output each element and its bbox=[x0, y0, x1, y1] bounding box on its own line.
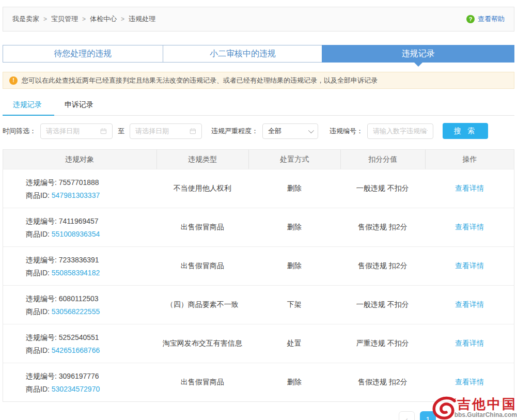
violation-type-cell: 淘宝网发布交互有害信息 bbox=[156, 339, 248, 348]
subtab-appeal-records[interactable]: 申诉记录 bbox=[54, 95, 106, 116]
page-1-button[interactable]: 1 bbox=[420, 411, 436, 420]
breadcrumb-item-seller[interactable]: 我是卖家 bbox=[12, 14, 39, 24]
violation-no-label: 违规编号: bbox=[26, 333, 57, 341]
view-details-link[interactable]: 查看详情 bbox=[455, 339, 484, 348]
info-banner: ! 您可以在此处查找近两年已经直接判定且结果无法改变的违规记录、或者已经有处理结… bbox=[3, 72, 514, 89]
disposal-cell: 下架 bbox=[248, 300, 340, 309]
sub-tab-bar: 违规记录 申诉记录 bbox=[3, 95, 514, 116]
item-id-link[interactable]: 530568222555 bbox=[52, 307, 100, 316]
view-help-link[interactable]: ? 查看帮助 bbox=[466, 14, 505, 24]
violation-management-page: 我是卖家 > 宝贝管理 > 体检中心 > 违规处理 ? 查看帮助 待您处理的违规… bbox=[3, 7, 514, 420]
points-cell: 一般违规 不扣分 bbox=[340, 300, 425, 309]
violation-no-value: 7411969457 bbox=[59, 217, 99, 225]
table-row: 违规编号: 7411969457 商品ID: 551008936354 出售假冒… bbox=[3, 208, 514, 246]
header-violation-type: 违规类型 bbox=[156, 150, 248, 169]
item-id-link[interactable]: 551008936354 bbox=[52, 230, 100, 238]
violation-no-value: 7233836391 bbox=[59, 256, 99, 264]
item-id-link[interactable]: 550858394182 bbox=[52, 269, 100, 277]
view-details-link[interactable]: 查看详情 bbox=[455, 184, 484, 193]
violation-no-label: 违规编号: bbox=[26, 294, 57, 303]
item-id-label: 商品ID: bbox=[26, 269, 50, 277]
violation-type-cell: 出售假冒商品 bbox=[156, 223, 248, 232]
violation-no-input[interactable] bbox=[367, 123, 433, 139]
breadcrumb-item-health-center[interactable]: 体检中心 bbox=[90, 14, 117, 24]
prev-page-button[interactable]: ‹ bbox=[399, 411, 415, 420]
severity-selected-value: 全部 bbox=[268, 127, 281, 136]
disposal-cell: 删除 bbox=[248, 261, 340, 271]
view-details-link[interactable]: 查看详情 bbox=[455, 261, 484, 271]
date-end-field[interactable] bbox=[135, 127, 186, 135]
calendar-icon bbox=[190, 128, 196, 135]
breadcrumb: 我是卖家 > 宝贝管理 > 体检中心 > 违规处理 bbox=[12, 14, 155, 24]
view-details-link[interactable]: 查看详情 bbox=[455, 300, 484, 309]
breadcrumb-separator: > bbox=[121, 15, 124, 23]
question-mark-icon: ? bbox=[466, 15, 475, 23]
item-id-label: 商品ID: bbox=[26, 191, 50, 199]
points-cell: 严重违规 不扣分 bbox=[340, 339, 425, 348]
violation-records-table: 违规对象 违规类型 处置方式 扣分分值 操作 违规编号: 7557701888 … bbox=[3, 149, 514, 402]
date-to-label: 至 bbox=[118, 127, 124, 136]
item-id-link[interactable]: 530234572970 bbox=[52, 385, 100, 393]
view-help-label: 查看帮助 bbox=[478, 14, 505, 24]
severity-select[interactable]: 全部 bbox=[262, 123, 318, 139]
calendar-icon bbox=[100, 128, 107, 135]
item-id-label: 商品ID: bbox=[26, 346, 50, 354]
breadcrumb-item-violation-handling: 违规处理 bbox=[129, 14, 155, 24]
header-actions: 操作 bbox=[425, 150, 514, 169]
filter-toolbar: 时间筛选： 至 违规严重程度： 全部 违规编号： 搜 索 bbox=[3, 123, 514, 139]
points-cell: 售假违规 扣2分 bbox=[340, 378, 425, 387]
violation-no-value: 5252540551 bbox=[59, 333, 99, 341]
breadcrumb-separator: > bbox=[43, 15, 47, 23]
violation-no-filter-label: 违规编号： bbox=[330, 127, 363, 136]
view-details-link[interactable]: 查看详情 bbox=[455, 223, 484, 232]
violation-no-value: 6080112503 bbox=[59, 294, 99, 303]
disposal-cell: 删除 bbox=[248, 184, 340, 193]
violation-type-cell: 不当使用他人权利 bbox=[156, 184, 248, 193]
table-header-row: 违规对象 违规类型 处置方式 扣分分值 操作 bbox=[3, 150, 514, 169]
pagination: ‹ 1 bbox=[3, 411, 514, 420]
view-details-link[interactable]: 查看详情 bbox=[455, 378, 484, 387]
violation-no-value: 7557701888 bbox=[59, 178, 99, 186]
breadcrumb-item-item-management[interactable]: 宝贝管理 bbox=[51, 14, 78, 24]
main-tab-bar: 待您处理的违规 小二审核中的违规 违规记录 bbox=[3, 45, 514, 63]
breadcrumb-bar: 我是卖家 > 宝贝管理 > 体检中心 > 违规处理 ? 查看帮助 bbox=[3, 7, 514, 32]
search-button[interactable]: 搜 索 bbox=[443, 123, 488, 139]
tab-pending-violations[interactable]: 待您处理的违规 bbox=[3, 45, 163, 62]
violation-type-cell: 出售假冒商品 bbox=[156, 261, 248, 271]
date-start-input[interactable] bbox=[40, 123, 113, 139]
date-start-field[interactable] bbox=[46, 127, 97, 135]
violation-no-label: 违规编号: bbox=[26, 178, 57, 186]
points-cell: 一般违规 不扣分 bbox=[340, 184, 425, 193]
tab-under-review-violations[interactable]: 小二审核中的违规 bbox=[163, 45, 323, 62]
table-row: 违规编号: 6080112503 商品ID: 530568222555 （四）商… bbox=[3, 285, 514, 324]
violation-no-label: 违规编号: bbox=[26, 256, 57, 264]
date-end-input[interactable] bbox=[130, 123, 202, 139]
subtab-violation-records[interactable]: 违规记录 bbox=[3, 95, 54, 116]
table-row: 违规编号: 7557701888 商品ID: 547981303337 不当使用… bbox=[3, 169, 514, 208]
violation-no-value: 3096197776 bbox=[59, 372, 99, 380]
item-id-label: 商品ID: bbox=[26, 307, 50, 316]
table-row: 违规编号: 3096197776 商品ID: 530234572970 出售假冒… bbox=[3, 363, 514, 401]
violation-no-label: 违规编号: bbox=[26, 217, 57, 225]
table-row: 违规编号: 5252540551 商品ID: 542651668766 淘宝网发… bbox=[3, 324, 514, 363]
tab-violation-records[interactable]: 违规记录 bbox=[322, 45, 514, 63]
violation-no-label: 违规编号: bbox=[26, 372, 57, 380]
item-id-label: 商品ID: bbox=[26, 230, 50, 238]
item-id-link[interactable]: 542651668766 bbox=[52, 346, 100, 354]
item-id-link[interactable]: 547981303337 bbox=[52, 191, 100, 199]
disposal-cell: 删除 bbox=[248, 378, 340, 387]
points-cell: 售假违规 扣2分 bbox=[340, 223, 425, 232]
violation-type-cell: 出售假冒商品 bbox=[156, 378, 248, 387]
table-row: 违规编号: 7233836391 商品ID: 550858394182 出售假冒… bbox=[3, 246, 514, 285]
header-violation-object: 违规对象 bbox=[3, 150, 156, 169]
violation-type-cell: （四）商品要素不一致 bbox=[156, 300, 248, 309]
header-disposal-method: 处置方式 bbox=[248, 150, 340, 169]
disposal-cell: 删除 bbox=[248, 223, 340, 232]
violation-no-field[interactable] bbox=[373, 127, 428, 135]
severity-filter-label: 违规严重程度： bbox=[211, 127, 258, 136]
time-filter-label: 时间筛选： bbox=[3, 127, 36, 136]
header-points-deduction: 扣分分值 bbox=[340, 150, 425, 169]
exclamation-icon: ! bbox=[9, 76, 18, 85]
points-cell: 售假违规 扣2分 bbox=[340, 261, 425, 271]
info-banner-text: 您可以在此处查找近两年已经直接判定且结果无法改变的违规记录、或者已经有处理结果的… bbox=[22, 76, 378, 85]
